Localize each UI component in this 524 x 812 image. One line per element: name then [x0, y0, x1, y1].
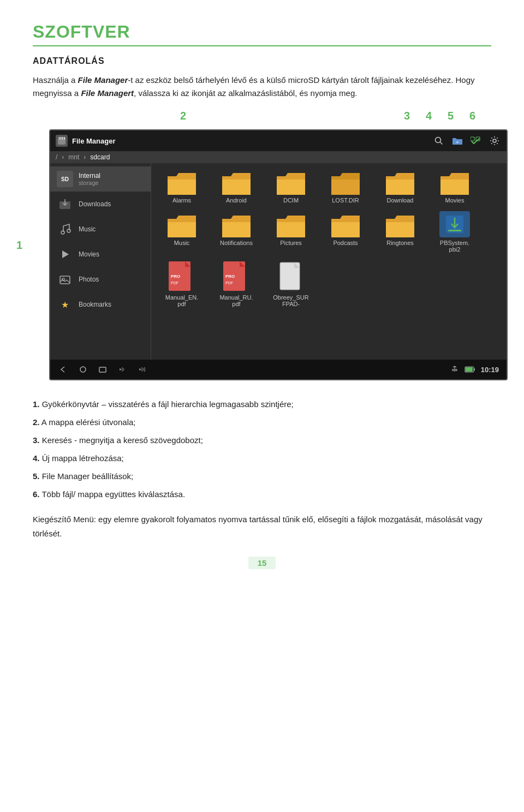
bottom-bar: 10:19	[50, 360, 507, 379]
svg-rect-1	[59, 137, 61, 140]
screenshot-wrapper: 2 3 4 5 6 1 File Manager	[33, 110, 491, 380]
footer-note: Kiegészítő Menü: egy elemre gyakorolt fo…	[33, 512, 491, 540]
svg-rect-14	[60, 276, 70, 284]
usb-icon	[450, 365, 459, 374]
notifications-fname: Notifications	[220, 240, 253, 246]
top-bar-title: File Manager	[72, 137, 432, 145]
movies-label: Movies	[79, 250, 99, 258]
main-area: SD Internal storage Downloads	[50, 163, 507, 360]
music-fname: Music	[174, 240, 190, 246]
exp-num-1: 1.	[33, 399, 40, 409]
select-icon[interactable]	[469, 134, 483, 147]
vol-down-icon	[117, 364, 128, 375]
bookmarks-star-icon: ★	[57, 296, 73, 313]
file-manager-screenshot: File Manager +	[49, 129, 508, 380]
exp-text-4: Új mappa létrehozása;	[42, 453, 124, 463]
folder-notifications	[220, 211, 253, 237]
explanation-item-3: 3. Keresés - megnyitja a kereső szövegdo…	[33, 433, 491, 447]
nav-icons	[58, 364, 147, 375]
file-item-lostdir[interactable]: LOST.DIR	[320, 169, 371, 204]
sidebar-item-root[interactable]: SD Internal storage	[50, 166, 151, 192]
file-item-podcasts[interactable]: Podcasts	[320, 211, 371, 253]
sd-icon: SD	[57, 171, 73, 187]
podcasts-fname: Podcasts	[333, 240, 358, 246]
file-manager-em2: File Managert	[81, 88, 134, 98]
label-num-6: 6	[469, 110, 475, 122]
manual-en-icon: PRO PDF	[168, 260, 196, 292]
search-icon[interactable]	[432, 134, 445, 147]
status-area: 10:19	[450, 365, 499, 374]
dcim-name: DCIM	[283, 197, 299, 204]
file-item-dcim[interactable]: DCIM	[266, 169, 316, 204]
file-row-1: Alarms Android	[157, 169, 501, 204]
exp-num-6: 6.	[33, 489, 40, 499]
folder-movies	[438, 169, 471, 195]
lostdir-name: LOST.DIR	[332, 197, 359, 204]
file-row-2: Music Notifications	[157, 211, 501, 253]
svg-point-25	[80, 367, 86, 372]
sidebar-item-music[interactable]: Music	[50, 217, 151, 242]
file-item-ringtones[interactable]: Ringtones	[375, 211, 425, 253]
num-labels-row: 2 3 4 5 6	[33, 110, 491, 129]
exp-num-3: 3.	[33, 435, 40, 445]
svg-rect-3	[64, 137, 65, 140]
exp-text-5: File Manager beállítások;	[42, 471, 134, 481]
file-item-music[interactable]: Music	[157, 211, 207, 253]
svg-marker-13	[62, 250, 69, 258]
label-num-2: 2	[180, 110, 186, 122]
pbsystem-fname: PBSystem.pbi2	[440, 240, 469, 253]
bookmarks-label: Bookmarks	[79, 301, 111, 308]
sidebar-item-downloads[interactable]: Downloads	[50, 192, 151, 217]
pbsystem-icon	[439, 211, 470, 237]
svg-rect-7	[471, 137, 474, 141]
explanation-item-4: 4. Új mappa létrehozása;	[33, 451, 491, 465]
label-num-3: 3	[404, 110, 410, 122]
manual-en-fname: Manual_EN.pdf	[165, 294, 199, 307]
alarms-name: Alarms	[172, 197, 191, 204]
file-item-android[interactable]: Android	[211, 169, 261, 204]
sidebar-item-movies[interactable]: Movies	[50, 242, 151, 267]
file-item-alarms[interactable]: Alarms	[157, 169, 207, 204]
file-manager-icon	[56, 135, 68, 147]
sidebar-item-text: Internal storage	[79, 172, 100, 186]
svg-point-9	[493, 139, 496, 142]
svg-point-11	[61, 231, 64, 234]
manual-ru-fname: Manual_RU.pdf	[219, 294, 253, 307]
file-item-pbsystem[interactable]: PBSystem.pbi2	[430, 211, 480, 253]
pictures-fname: Pictures	[280, 240, 302, 246]
file-item-manual-en[interactable]: PRO PDF Manual_EN.pdf	[157, 260, 207, 307]
svg-rect-26	[99, 367, 106, 372]
back-button[interactable]	[58, 364, 69, 375]
folder-pictures	[275, 211, 307, 237]
label-num-1: 1	[16, 239, 22, 252]
svg-text:+: +	[456, 140, 458, 145]
downloads-label: Downloads	[79, 200, 111, 208]
folder-lostdir	[329, 169, 362, 195]
sidebar-item-bookmarks[interactable]: ★ Bookmarks	[50, 292, 151, 317]
breadcrumb-mnt: mnt	[68, 153, 79, 161]
exp-num-5: 5.	[33, 471, 40, 481]
breadcrumb-sdcard: sdcard	[90, 153, 110, 161]
sidebar-item-photos[interactable]: Photos	[50, 267, 151, 292]
settings-icon[interactable]	[488, 134, 501, 147]
photos-label: Photos	[79, 276, 99, 283]
recent-button[interactable]	[97, 364, 108, 375]
new-folder-icon[interactable]: +	[451, 134, 464, 147]
label-num-5: 5	[448, 110, 454, 122]
intro-text-2-rest: , válassza ki az ikonját az alkalmazásli…	[134, 88, 357, 98]
file-item-download[interactable]: Download	[375, 169, 425, 204]
file-item-manual-ru[interactable]: PRO PDF Manual_RU.pdf	[211, 260, 261, 307]
file-item-obreey[interactable]: Obreey_SURFPAD-	[266, 260, 316, 307]
exp-text-3: Keresés - megnyitja a kereső szövegdoboz…	[42, 435, 203, 445]
file-item-movies[interactable]: Movies	[430, 169, 480, 204]
file-item-pictures[interactable]: Pictures	[266, 211, 316, 253]
home-button[interactable]	[78, 364, 88, 375]
section-title: ADATTÁROLÁS	[33, 56, 491, 66]
explanation-item-1: 1. Gyökérkönyvtár – visszatérés a fájl h…	[33, 397, 491, 411]
top-bar-icons: +	[432, 134, 501, 147]
svg-rect-2	[62, 137, 63, 140]
svg-point-4	[436, 138, 441, 143]
file-item-notifications[interactable]: Notifications	[211, 211, 261, 253]
exp-text-2: A mappa elérési útvonala;	[41, 417, 136, 427]
breadcrumb: / › mnt › sdcard	[50, 151, 507, 163]
